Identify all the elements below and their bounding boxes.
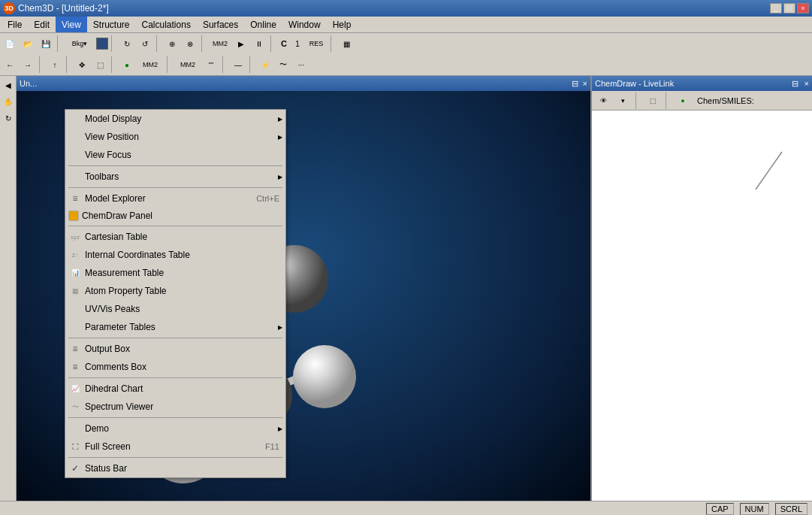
right-panel-close-btn[interactable]: × [804,79,809,89]
rp-btn3[interactable]: ● [675,92,691,109]
menu-view-focus[interactable]: View Focus [65,146,285,164]
viewport-controls[interactable]: ⊟ × [572,79,587,89]
arrow-left-btn[interactable]: ← [2,56,18,73]
menu-atom-property[interactable]: ▦ Atom Property Table [65,282,285,300]
menu-measurement-table[interactable]: 📊 Measurement Table [65,264,285,282]
menu-edit[interactable]: Edit [28,17,56,32]
mm2-label3: MM2 [174,56,201,73]
lightning-btn[interactable]: ⚡ [257,56,273,73]
uvvis-icon [68,302,82,316]
minimize-button[interactable]: _ [770,3,782,14]
bg-button[interactable]: Bkg▾ [65,35,95,52]
toolbar-row-1: 📄 📂 💾 Bkg▾ ↻ ↺ ⊕ ⊗ MM2 ▶ ⏸ C 1 RES ▦ [0,33,812,54]
toolbar-sep-2 [111,35,116,52]
menu-online[interactable]: Online [244,17,282,32]
tool-rotate[interactable]: ↻ [1,111,16,126]
more-btn[interactable]: ··· [293,56,309,73]
dot-btn[interactable]: ● [119,56,135,73]
menu-output-box[interactable]: ≡ Output Box [65,340,285,358]
menu-spectrum-viewer[interactable]: 〜 Spectrum Viewer [65,398,285,416]
toolbar-sep-11 [222,56,227,73]
rp-btn2[interactable]: ⬚ [644,92,661,109]
menu-cartesian-table[interactable]: xyz Cartesian Table [65,228,285,246]
window-controls[interactable]: _ □ × [770,3,809,14]
menu-calculations[interactable]: Calculations [136,17,197,32]
tool-hand[interactable]: ✋ [1,94,16,109]
open-button[interactable]: 📂 [20,35,36,52]
output-box-icon: ≡ [68,342,82,356]
menu-demo[interactable]: Demo [65,420,285,438]
wave-btn[interactable]: 〜 [275,56,291,73]
svg-point-9 [293,345,356,408]
menu-full-screen[interactable]: ⛶ Full Screen F11 [65,438,285,456]
menu-model-display[interactable]: Model Display [65,110,285,128]
left-sidebar: ◀ ✋ ↻ [0,76,17,501]
right-panel-controls[interactable]: ⊟ × [792,79,809,89]
move-btn[interactable]: ✥ [74,56,90,73]
dihedral-icon: 📈 [68,382,82,395]
nav-back-btn[interactable]: ◀ [1,77,16,92]
toolbar-sep-9 [111,56,116,73]
save-button[interactable]: 💾 [38,35,54,52]
rp-sep [635,92,640,109]
rp-sep2 [666,92,670,109]
close-button[interactable]: × [797,3,809,14]
viewport-pin-btn[interactable]: ⊟ [572,79,578,89]
smiles-label: Chem/SMILES: [697,96,754,105]
menu-dihedral-chart[interactable]: 📈 Dihedral Chart [65,380,285,398]
toolbar-sep-6 [331,35,335,52]
tool2[interactable]: ⊗ [182,35,198,52]
menu-parameter-tables[interactable]: Parameter Tables [65,318,285,336]
viewport-close-btn[interactable]: × [583,79,587,89]
menu-chemdraw-panel[interactable]: ChemDraw Panel [65,208,285,224]
arrow-right-btn[interactable]: → [20,56,36,73]
res-btn[interactable]: RES [305,35,328,52]
right-panel-pin-btn[interactable]: ⊟ [792,79,798,89]
measurement-icon: 📊 [68,266,82,280]
pause-btn[interactable]: ⏸ [251,35,267,52]
menu-view-position[interactable]: View Position [65,128,285,146]
menu-view[interactable]: View [56,17,87,32]
menu-surfaces[interactable]: Surfaces [197,17,244,32]
menu-structure[interactable]: Structure [87,17,136,32]
menu-uvvis-peaks[interactable]: UV/Vis Peaks [65,300,285,318]
rotate-btn[interactable]: ↻ [119,35,135,52]
menu-model-explorer[interactable]: ≡ Model Explorer Ctrl+E [65,189,285,208]
select-btn[interactable]: ⬚ [92,56,108,73]
up-btn[interactable]: ↑ [47,56,63,73]
sep-2 [68,187,282,188]
tool1[interactable]: ⊕ [164,35,180,52]
c-label: C [278,35,290,52]
menu-toolbars[interactable]: Toolbars [65,168,285,186]
internal-coords-icon: Z↑ [68,248,82,262]
spectrum-icon: 〜 [68,400,82,414]
main-area: ◀ ✋ ↻ Un... ⊟ × [0,76,812,501]
pencil-decoration [752,148,797,193]
dash-btn[interactable]: — [230,56,246,73]
view-dropdown-menu: Model Display View Position View Focus T… [65,109,286,478]
sep-5 [68,377,282,378]
toolbar-sep-1 [57,35,62,52]
full-screen-icon: ⛶ [68,440,82,453]
menu-help[interactable]: Help [327,17,358,32]
quote-btn[interactable]: "" [203,56,219,73]
maximize-button[interactable]: □ [783,3,795,14]
mm2-label: MM2 [209,35,231,52]
rotate2-btn[interactable]: ↺ [137,35,153,52]
sep-3 [68,226,282,226]
menu-file[interactable]: File [2,17,28,32]
menu-window[interactable]: Window [282,17,327,32]
play-btn[interactable]: ▶ [233,35,249,52]
status-bar-check-icon: ✓ [68,462,82,475]
menu-bar: File Edit View Structure Calculations Su… [0,17,812,33]
menu-status-bar[interactable]: ✓ Status Bar [65,459,285,477]
menu-internal-coords[interactable]: Z↑ Internal Coordinates Table [65,246,285,264]
icon-btn[interactable]: ▦ [338,35,355,52]
right-panel-titlebar: ChemDraw - LiveLink ⊟ × [592,76,812,91]
bg-color[interactable] [96,38,108,50]
rp-btn1[interactable]: 👁 [595,92,611,109]
num1: 1 [291,35,303,52]
new-button[interactable]: 📄 [2,35,18,52]
menu-comments-box[interactable]: ≡ Comments Box [65,358,285,376]
rp-dropdown[interactable]: ▾ [614,92,631,109]
